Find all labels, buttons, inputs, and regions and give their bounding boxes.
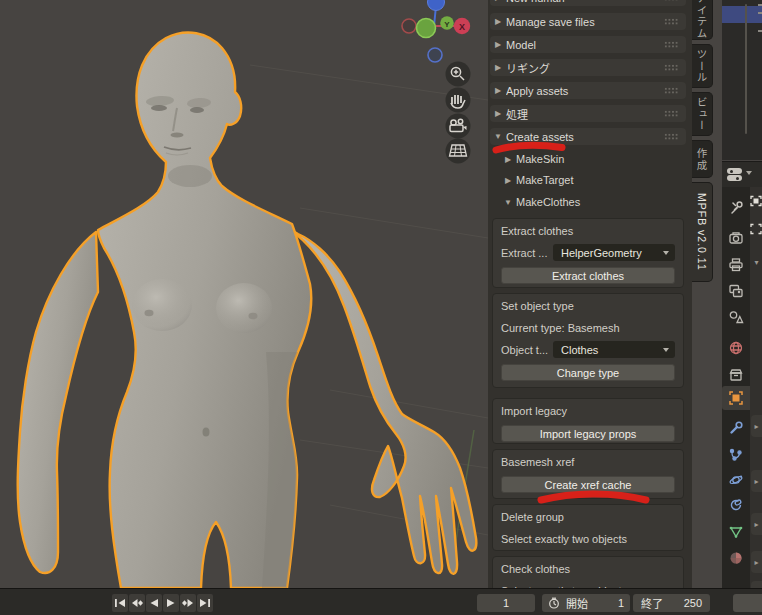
- extract-geometry-dropdown[interactable]: HelperGeometry: [553, 244, 675, 261]
- box-title: Basemesh xref: [501, 455, 675, 470]
- outliner-cut-text: [758, 30, 762, 32]
- box-title: Import legacy: [501, 404, 675, 419]
- basemesh-xref-box: Basemesh xref Create xref cache: [492, 449, 684, 499]
- next-keyframe-button[interactable]: [180, 594, 196, 612]
- extract-clothes-box: Extract clothes Extract ... HelperGeomet…: [492, 218, 684, 288]
- previous-keyframe-button[interactable]: [129, 594, 145, 612]
- camera-view-icon[interactable]: [446, 114, 471, 139]
- tab-tool[interactable]: ツール: [692, 44, 713, 88]
- panel-section-apply-assets[interactable]: ▶ Apply assets: [490, 82, 686, 99]
- panel-section-processing[interactable]: ▶ 処理: [490, 105, 686, 122]
- outliner-editor[interactable]: [722, 0, 762, 160]
- drag-grip-icon[interactable]: [664, 0, 679, 1]
- change-type-button[interactable]: Change type: [501, 364, 675, 381]
- gizmo-neg-x-axis: [402, 19, 416, 33]
- collapsed-panel-tab[interactable]: ▸: [751, 551, 762, 573]
- extract-field-label: Extract ...: [501, 247, 553, 259]
- tab-collection-properties[interactable]: [722, 363, 750, 387]
- timeline-right-widget-cut[interactable]: [733, 594, 762, 612]
- create-xref-cache-button[interactable]: Create xref cache: [501, 476, 675, 493]
- panel-subsection-maketarget[interactable]: ▶ MakeTarget: [500, 172, 686, 188]
- gizmo-y-label: Y: [444, 20, 450, 29]
- tab-tool-properties[interactable]: [722, 196, 750, 220]
- outliner-cut-text: [758, 4, 762, 6]
- tab-mpfb[interactable]: MPFB v2.0.11: [692, 182, 713, 282]
- box-title: Delete group: [501, 510, 675, 525]
- jump-to-end-button[interactable]: [197, 594, 213, 612]
- import-legacy-props-button[interactable]: Import legacy props: [501, 425, 675, 442]
- chevron-right-icon: ▶: [490, 40, 506, 49]
- gizmo-x-label: X: [459, 22, 465, 32]
- object-type-dropdown[interactable]: Clothes: [553, 341, 675, 358]
- panel-section-create-assets[interactable]: ▼ Create assets: [490, 128, 686, 145]
- tab-object-properties[interactable]: [722, 386, 750, 410]
- drag-grip-icon[interactable]: [664, 110, 679, 117]
- tab-render-properties[interactable]: [722, 226, 750, 250]
- box-title: Check clothes: [501, 562, 675, 577]
- panel-subsection-makeskin[interactable]: ▶ MakeSkin: [500, 151, 686, 167]
- panel-section-model[interactable]: ▶ Model: [490, 36, 686, 53]
- drag-grip-icon[interactable]: [664, 41, 679, 48]
- viewport-tools: [446, 62, 471, 164]
- panel-section-rigging[interactable]: ▶ リギング: [490, 59, 686, 76]
- panel-section-manage-save-files[interactable]: ▶ Manage save files: [490, 13, 686, 30]
- perspective-grid-icon[interactable]: [446, 139, 471, 164]
- object-type-field-label: Object t...: [501, 344, 553, 356]
- panel-chevron: ▾: [751, 251, 762, 273]
- play-reverse-button[interactable]: [146, 594, 162, 612]
- render-button-icon: [750, 221, 762, 233]
- import-legacy-box: Import legacy Import legacy props: [492, 398, 684, 444]
- frame-end-field[interactable]: 終了 250: [633, 594, 710, 612]
- tab-output-properties[interactable]: [722, 253, 750, 277]
- chevron-right-icon: ▶: [490, 63, 506, 72]
- current-frame-field[interactable]: 1: [477, 594, 535, 612]
- chevron-down-icon: ▼: [500, 198, 516, 207]
- frame-start-field[interactable]: 開始 1: [542, 594, 630, 612]
- panel-section-new-human[interactable]: ▶ New human: [490, 0, 686, 6]
- check-clothes-box: Check clothes Select exactly two objects: [492, 556, 684, 588]
- zoom-icon[interactable]: [446, 62, 471, 87]
- tab-constraint-properties[interactable]: [722, 493, 750, 517]
- properties-tab-column: [722, 187, 750, 615]
- tab-modifier-properties[interactable]: [722, 416, 750, 440]
- navigation-gizmo[interactable]: Y X: [402, 0, 470, 62]
- drag-grip-icon[interactable]: [664, 87, 679, 94]
- chevron-right-icon: ▶: [490, 86, 506, 95]
- drag-grip-icon[interactable]: [664, 133, 679, 140]
- outliner-selected-row[interactable]: [722, 6, 762, 23]
- tab-object-data-properties[interactable]: [722, 520, 750, 544]
- properties-editor-header: [722, 161, 762, 188]
- gizmo-y-axis-large: [417, 19, 436, 38]
- tab-material-properties[interactable]: [722, 546, 750, 570]
- drag-grip-icon[interactable]: [664, 18, 679, 25]
- delete-group-hint: Select exactly two objects: [501, 532, 675, 547]
- drag-grip-icon[interactable]: [664, 64, 679, 71]
- jump-to-start-button[interactable]: [112, 594, 128, 612]
- tab-particle-properties[interactable]: [722, 443, 750, 467]
- tab-view-layer-properties[interactable]: [722, 279, 750, 303]
- playback-controls: [112, 594, 213, 612]
- tab-item[interactable]: アイテム: [692, 0, 713, 40]
- chevron-down-icon: [663, 251, 669, 255]
- tab-create[interactable]: 作成: [692, 140, 713, 178]
- play-button[interactable]: [163, 594, 179, 612]
- delete-group-box: Delete group Select exactly two objects: [492, 504, 684, 551]
- gizmo-z-axis: [428, 0, 445, 11]
- collapsed-panel-tab[interactable]: ▸: [751, 513, 762, 535]
- pan-hand-icon[interactable]: [446, 88, 471, 113]
- outliner-scrollbar[interactable]: [745, 4, 747, 134]
- tab-world-properties[interactable]: [722, 336, 750, 360]
- extract-clothes-button[interactable]: Extract clothes: [501, 267, 675, 284]
- end-value: 250: [684, 597, 702, 609]
- chevron-right-icon: ▶: [490, 17, 506, 26]
- gizmo-neg-z-axis: [428, 48, 442, 62]
- chevron-down-icon: ▼: [490, 132, 506, 141]
- panel-subsection-makeclothes[interactable]: ▼ MakeClothes: [500, 194, 686, 210]
- properties-editor-icon[interactable]: [727, 168, 743, 181]
- tab-scene-properties[interactable]: [722, 305, 750, 329]
- collapsed-panel-tab[interactable]: ▸: [751, 470, 762, 492]
- tab-physics-properties[interactable]: [722, 468, 750, 492]
- collapsed-panel-tab[interactable]: ▸: [751, 415, 762, 437]
- start-value: 1: [594, 597, 624, 609]
- tab-view[interactable]: ビュー: [692, 92, 713, 136]
